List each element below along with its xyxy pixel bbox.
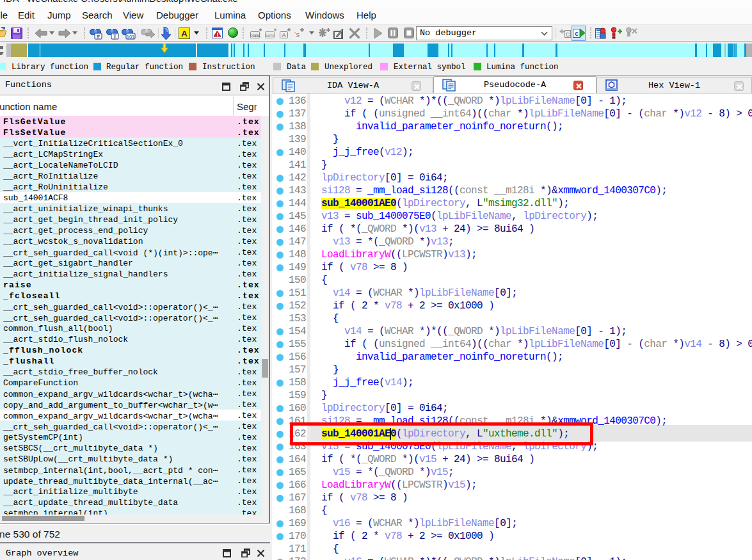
svg-text:#: # bbox=[97, 33, 100, 40]
svg-text:A: A bbox=[181, 29, 188, 38]
svg-text:c: c bbox=[575, 30, 579, 37]
svg-text:‘s: ‘s bbox=[294, 31, 300, 38]
svg-text:CODE: CODE bbox=[250, 34, 260, 38]
svg-text:T: T bbox=[113, 33, 117, 40]
svg-text:101: 101 bbox=[127, 34, 135, 40]
svg-text:DATA: DATA bbox=[265, 34, 275, 38]
svg-text:C: C bbox=[566, 31, 570, 38]
svg-text:A: A bbox=[282, 32, 285, 38]
